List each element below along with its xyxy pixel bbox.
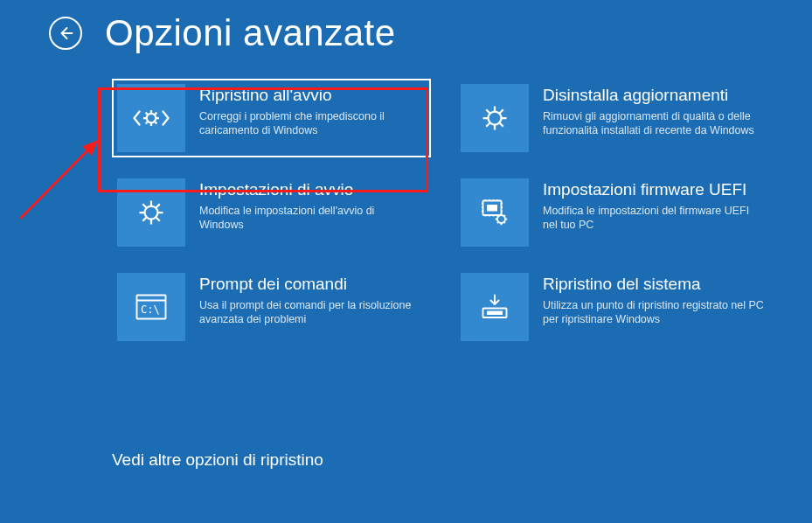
tile-title: Ripristino all'avvio <box>199 86 420 105</box>
options-grid: Ripristino all'avvio Correggi i problemi… <box>0 54 812 346</box>
page-title: Opzioni avanzate <box>105 12 396 54</box>
see-more-options-link[interactable]: Vedi altre opzioni di ripristino <box>112 450 323 470</box>
system-restore-icon <box>461 273 529 341</box>
header: Opzioni avanzate <box>0 0 812 54</box>
tile-title: Impostazioni firmware UEFI <box>543 180 764 199</box>
back-button[interactable] <box>49 17 82 50</box>
tile-desc: Modifica le impostazioni del firmware UE… <box>543 204 764 233</box>
uninstall-updates-icon <box>461 84 529 152</box>
tile-startup-settings[interactable]: Impostazioni di avvio Modifica le impost… <box>112 173 431 252</box>
svg-text:C:\: C:\ <box>141 303 160 316</box>
uefi-icon <box>461 178 529 247</box>
svg-point-0 <box>147 114 156 123</box>
tile-uefi-firmware[interactable]: Impostazioni firmware UEFI Modifica le i… <box>455 173 774 252</box>
tile-title: Prompt dei comandi <box>199 275 420 294</box>
tile-desc: Usa il prompt dei comandi per la risoluz… <box>199 298 420 327</box>
tile-desc: Modifica le impostazioni dell'avvio di W… <box>199 204 420 233</box>
tile-text: Prompt dei comandi Usa il prompt dei com… <box>199 273 426 341</box>
arrow-left-icon <box>58 25 73 41</box>
tile-title: Impostazioni di avvio <box>199 180 420 199</box>
svg-rect-4 <box>487 205 497 212</box>
tile-system-restore[interactable]: Ripristino del sistema Utilizza un punto… <box>455 268 774 346</box>
tile-text: Ripristino all'avvio Correggi i problemi… <box>199 84 426 152</box>
tile-desc: Utilizza un punto di ripristino registra… <box>543 298 764 327</box>
tile-title: Disinstalla aggiornamenti <box>543 86 764 105</box>
tile-title: Ripristino del sistema <box>543 275 764 294</box>
tile-uninstall-updates[interactable]: Disinstalla aggiornamenti Rimuovi gli ag… <box>455 79 774 157</box>
tile-startup-repair[interactable]: Ripristino all'avvio Correggi i problemi… <box>112 79 431 157</box>
tile-text: Impostazioni di avvio Modifica le impost… <box>199 178 426 247</box>
tile-desc: Correggi i problemi che impediscono il c… <box>199 109 420 138</box>
tile-text: Ripristino del sistema Utilizza un punto… <box>543 273 769 341</box>
command-prompt-icon: C:\ <box>117 273 185 341</box>
tile-text: Disinstalla aggiornamenti Rimuovi gli ag… <box>543 84 769 152</box>
svg-rect-10 <box>487 311 503 316</box>
tile-text: Impostazioni firmware UEFI Modifica le i… <box>543 178 769 247</box>
startup-settings-icon <box>117 178 185 247</box>
tile-desc: Rimuovi gli aggiornamenti di qualità o d… <box>543 109 764 138</box>
startup-repair-icon <box>117 84 185 152</box>
tile-command-prompt[interactable]: C:\ Prompt dei comandi Usa il prompt dei… <box>112 268 431 346</box>
